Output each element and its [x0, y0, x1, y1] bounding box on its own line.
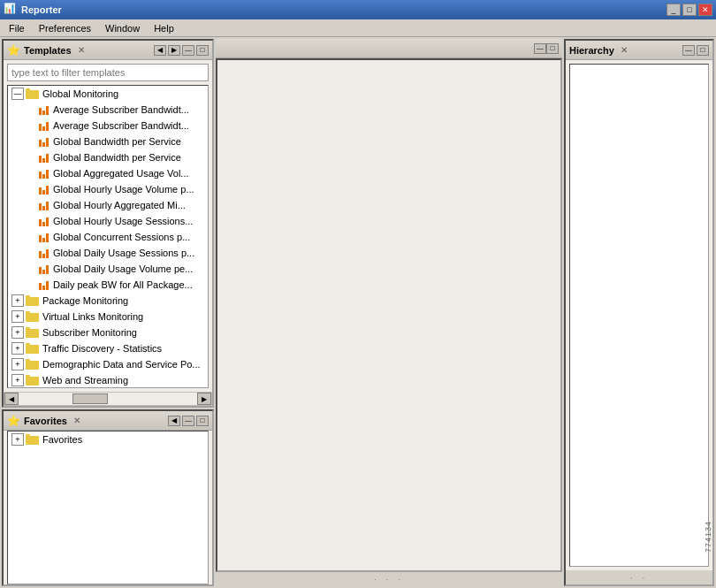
- favorites-back-btn[interactable]: ◀: [168, 416, 180, 426]
- menu-preferences[interactable]: Preferences: [32, 21, 98, 35]
- center-min-btn[interactable]: —: [534, 43, 546, 54]
- tree-item-7[interactable]: Global Hourly Usage Sessions...: [8, 213, 208, 229]
- tree-item-3[interactable]: Global Bandwidth per Service: [8, 149, 208, 165]
- expand-icon-virtual[interactable]: +: [11, 310, 24, 323]
- svg-rect-11: [26, 361, 39, 370]
- menu-file[interactable]: File: [2, 21, 32, 35]
- chart-icon-0: [36, 103, 50, 116]
- favorites-tree[interactable]: + Favorites: [7, 431, 209, 584]
- tree-label-web: Web and Streaming: [42, 375, 128, 386]
- svg-rect-16: [26, 434, 30, 437]
- chart-icon-9: [36, 247, 50, 259]
- chart-icon-1: [36, 119, 50, 132]
- tree-item-virtual-links[interactable]: + Virtual Links Monitoring: [8, 309, 208, 325]
- minimize-button[interactable]: _: [666, 4, 681, 16]
- tree-item-traffic[interactable]: + Traffic Discovery - Statistics: [8, 340, 208, 356]
- expand-icon-demographic[interactable]: +: [11, 358, 24, 370]
- hscroll-left-btn[interactable]: ◀: [4, 393, 19, 405]
- expand-icon-traffic[interactable]: +: [11, 342, 24, 355]
- tree-item-subscriber[interactable]: + Subscriber Monitoring: [8, 325, 208, 340]
- hierarchy-panel-title: Hierarchy: [569, 45, 614, 56]
- tree-item-4[interactable]: Global Aggregated Usage Vol...: [8, 165, 208, 181]
- folder-icon-global: [26, 88, 40, 100]
- svg-rect-4: [26, 295, 30, 298]
- menu-window[interactable]: Window: [98, 21, 147, 35]
- chart-icon-4: [36, 167, 50, 179]
- favorites-max-btn[interactable]: □: [196, 416, 209, 426]
- tree-label-6: Global Hourly Aggregated Mi...: [53, 200, 186, 210]
- filter-input[interactable]: [7, 64, 209, 81]
- center-panel: — □ · · ·: [216, 39, 562, 586]
- tree-item-favorites[interactable]: + Favorites: [8, 431, 208, 447]
- app-title: Reporter: [21, 4, 62, 15]
- hscroll-track[interactable]: [19, 393, 197, 405]
- hierarchy-panel-controls: — □: [682, 45, 709, 56]
- tree-item-5[interactable]: Global Hourly Usage Volume p...: [8, 181, 208, 197]
- tree-label-0: Average Subscriber Bandwidt...: [53, 104, 189, 115]
- tree-item-10[interactable]: Global Daily Usage Volume pe...: [8, 261, 208, 277]
- templates-fwd-btn[interactable]: ▶: [168, 45, 180, 56]
- svg-rect-14: [26, 375, 30, 378]
- tree-item-2[interactable]: Global Bandwidth per Service: [8, 134, 208, 149]
- templates-max-btn[interactable]: □: [196, 45, 209, 56]
- expand-icon-package[interactable]: +: [11, 294, 24, 307]
- favorites-panel-icon: ⭐: [7, 415, 20, 427]
- templates-hscrollbar[interactable]: ◀ ▶: [4, 392, 212, 406]
- expand-icon-favorites[interactable]: +: [11, 433, 24, 446]
- maximize-button[interactable]: □: [682, 4, 697, 16]
- chart-icon-5: [36, 183, 50, 195]
- tree-item-global-monitoring[interactable]: — Global Monitoring: [8, 86, 208, 102]
- hscroll-thumb[interactable]: [72, 393, 108, 404]
- hscroll-right-btn[interactable]: ▶: [197, 393, 211, 405]
- favorites-panel-title: Favorites: [24, 416, 67, 426]
- favorites-panel-header: ⭐ Favorites ✕ ◀ — □: [4, 411, 212, 431]
- hierarchy-panel: Hierarchy ✕ — □ · ·: [564, 39, 714, 586]
- templates-min-btn[interactable]: —: [182, 45, 194, 56]
- templates-panel-icon: ⭐: [7, 44, 20, 57]
- tree-item-web[interactable]: + Web and Streaming: [8, 372, 208, 388]
- tree-item-package-monitoring[interactable]: + Package Monitoring: [8, 293, 208, 309]
- folder-icon-demographic: [26, 358, 40, 370]
- tree-item-demographic[interactable]: + Demographic Data and Service Po...: [8, 356, 208, 372]
- svg-rect-7: [26, 329, 39, 338]
- hierarchy-max-btn[interactable]: □: [697, 45, 709, 56]
- tree-item-8[interactable]: Global Concurrent Sessions p...: [8, 229, 208, 245]
- tree-label-3: Global Bandwidth per Service: [53, 152, 181, 163]
- watermark: 774134: [704, 521, 712, 553]
- favorites-tab-close[interactable]: ✕: [71, 415, 83, 426]
- folder-icon-traffic: [26, 342, 40, 355]
- hierarchy-min-btn[interactable]: —: [682, 45, 695, 56]
- hierarchy-status: · ·: [566, 570, 712, 584]
- templates-tree[interactable]: — Global Monitoring: [7, 85, 209, 388]
- center-panel-header: — □: [216, 39, 562, 58]
- tree-item-0[interactable]: Average Subscriber Bandwidt...: [8, 102, 208, 118]
- chart-icon-8: [36, 231, 50, 243]
- favorites-min-btn[interactable]: —: [182, 416, 194, 426]
- favorites-panel-controls: ◀ — □: [168, 416, 209, 426]
- templates-tab-close[interactable]: ✕: [75, 44, 88, 56]
- expand-icon-web[interactable]: +: [11, 374, 24, 386]
- hierarchy-panel-header: Hierarchy ✕ — □: [566, 41, 712, 60]
- tree-label-7: Global Hourly Usage Sessions...: [53, 216, 193, 226]
- center-max-btn[interactable]: □: [546, 43, 559, 54]
- tree-item-1[interactable]: Average Subscriber Bandwidt...: [8, 118, 208, 134]
- tree-label-2: Global Bandwidth per Service: [53, 136, 181, 147]
- tree-item-6[interactable]: Global Hourly Aggregated Mi...: [8, 197, 208, 213]
- folder-icon-favorites: [26, 433, 40, 446]
- tree-label-subscriber: Subscriber Monitoring: [42, 327, 137, 338]
- chart-icon-11: [36, 279, 50, 291]
- svg-rect-13: [26, 377, 39, 386]
- tree-item-11[interactable]: Daily peak BW for All Package...: [8, 277, 208, 293]
- templates-panel-title: Templates: [24, 45, 72, 56]
- center-content-area: [216, 58, 562, 572]
- templates-back-btn[interactable]: ◀: [154, 45, 166, 56]
- expand-icon-subscriber[interactable]: +: [11, 326, 24, 339]
- expand-icon-global[interactable]: —: [11, 88, 24, 100]
- center-dots: · · ·: [374, 575, 404, 584]
- tree-label-demographic: Demographic Data and Service Po...: [42, 359, 201, 370]
- favorites-panel: ⭐ Favorites ✕ ◀ — □ +: [2, 409, 214, 586]
- close-button[interactable]: ✕: [698, 4, 712, 16]
- tree-item-9[interactable]: Global Daily Usage Sessions p...: [8, 245, 208, 261]
- hierarchy-tab-close[interactable]: ✕: [618, 44, 630, 56]
- menu-help[interactable]: Help: [147, 21, 181, 35]
